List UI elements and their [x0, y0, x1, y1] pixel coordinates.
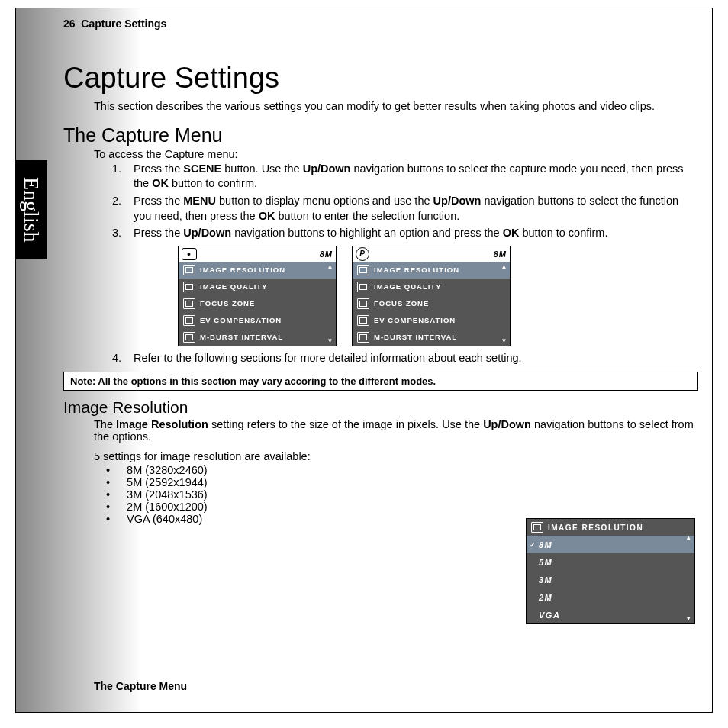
intro-text: This section describes the various setti…: [94, 99, 698, 114]
access-line: To access the Capture menu:: [94, 148, 698, 160]
scroll-arrows: ▲▼: [327, 262, 334, 346]
up-arrow-icon: ▲: [327, 263, 334, 270]
up-arrow-icon: ▲: [685, 534, 692, 541]
image-resolution-count: 5 settings for image resolution are avai…: [94, 450, 698, 462]
section-capture-menu: The Capture Menu: [63, 124, 698, 147]
menu-item-focus-zone: FOCUS ZONE: [353, 295, 510, 312]
section-image-resolution: Image Resolution: [63, 398, 698, 417]
menu-item-ev-compensation: EV COMPENSATION: [353, 312, 510, 329]
submenu-title: IMAGE RESOLUTION: [527, 519, 694, 536]
steps-list-cont: Refer to the following sections for more…: [94, 351, 698, 366]
steps-list: Press the SCENE button. Use the Up/Down …: [94, 162, 698, 241]
list-item: 3M (2048x1536): [106, 488, 698, 501]
resolution-option-vga: VGA: [527, 606, 694, 623]
list-item: 2M (1600x1200): [106, 501, 698, 513]
scroll-arrows: ▲▼: [685, 533, 693, 623]
resolution-options-list: 8M (3280x2460) 5M (2592x1944) 3M (2048x1…: [106, 464, 698, 525]
menu-screenshots: ● 8M IMAGE RESOLUTION IMAGE QUALITY FOCU…: [178, 246, 698, 346]
step-3: Press the Up/Down navigation buttons to …: [124, 226, 698, 241]
down-arrow-icon: ▼: [501, 337, 508, 344]
quality-icon: [357, 282, 369, 292]
burst-icon: [183, 332, 195, 343]
language-tab: English: [15, 160, 47, 259]
burst-icon: [357, 332, 369, 343]
resolution-option-3m: 3M: [527, 571, 694, 588]
ev-icon: [183, 315, 195, 326]
menu-item-ev-compensation: EV COMPENSATION: [179, 312, 336, 329]
page-frame: 26 Capture Settings Capture Settings Thi…: [15, 8, 713, 713]
menu-item-image-quality: IMAGE QUALITY: [179, 279, 336, 295]
menu-item-image-resolution: IMAGE RESOLUTION: [353, 262, 510, 279]
menu-item-mburst-interval: M-BURST INTERVAL: [353, 329, 510, 346]
resolution-option-2m: 2M: [527, 588, 694, 606]
resolution-option-8m: 8M: [527, 536, 694, 553]
step-1: Press the SCENE button. Use the Up/Down …: [124, 162, 698, 192]
camera-icon: ●: [182, 248, 197, 260]
resolution-badge: 8M: [320, 250, 333, 259]
up-arrow-icon: ▲: [501, 263, 508, 270]
menu-panel-camera: ● 8M IMAGE RESOLUTION IMAGE QUALITY FOCU…: [178, 246, 337, 346]
ev-icon: [357, 315, 369, 326]
list-item: 5M (2592x1944): [106, 476, 698, 488]
content-area: Capture Settings This section describes …: [63, 47, 698, 525]
page-title: Capture Settings: [63, 62, 698, 95]
grid-icon: [357, 265, 369, 275]
panel-header: P 8M: [353, 246, 510, 262]
quality-icon: [183, 282, 195, 292]
scroll-arrows: ▲▼: [501, 262, 508, 346]
focus-icon: [183, 298, 195, 309]
footer-section-label: The Capture Menu: [94, 680, 187, 692]
list-item: 8M (3280x2460): [106, 464, 698, 476]
menu-panel-p-mode: P 8M IMAGE RESOLUTION IMAGE QUALITY FOCU…: [352, 246, 511, 346]
resolution-submenu-panel: IMAGE RESOLUTION 8M 5M 3M 2M VGA ▲▼: [526, 518, 695, 624]
menu-item-mburst-interval: M-BURST INTERVAL: [179, 329, 336, 346]
header-section: Capture Settings: [81, 18, 166, 30]
down-arrow-icon: ▼: [685, 615, 692, 622]
focus-icon: [357, 298, 369, 309]
p-mode-icon: P: [356, 247, 369, 261]
menu-item-image-quality: IMAGE QUALITY: [353, 279, 510, 295]
down-arrow-icon: ▼: [327, 337, 334, 344]
resolution-badge: 8M: [494, 250, 507, 259]
grid-icon: [531, 522, 543, 533]
panel-header: ● 8M: [179, 246, 336, 262]
image-resolution-para: The Image Resolution setting refers to t…: [94, 418, 698, 443]
menu-item-focus-zone: FOCUS ZONE: [179, 295, 336, 312]
step-4: Refer to the following sections for more…: [124, 351, 698, 366]
step-2: Press the MENU button to display menu op…: [124, 194, 698, 224]
resolution-option-5m: 5M: [527, 553, 694, 571]
page-number: 26: [63, 18, 76, 30]
running-header: 26 Capture Settings: [63, 18, 166, 30]
menu-item-image-resolution: IMAGE RESOLUTION: [179, 262, 336, 279]
note-box: Note: All the options in this section ma…: [63, 372, 698, 391]
grid-icon: [183, 265, 195, 275]
